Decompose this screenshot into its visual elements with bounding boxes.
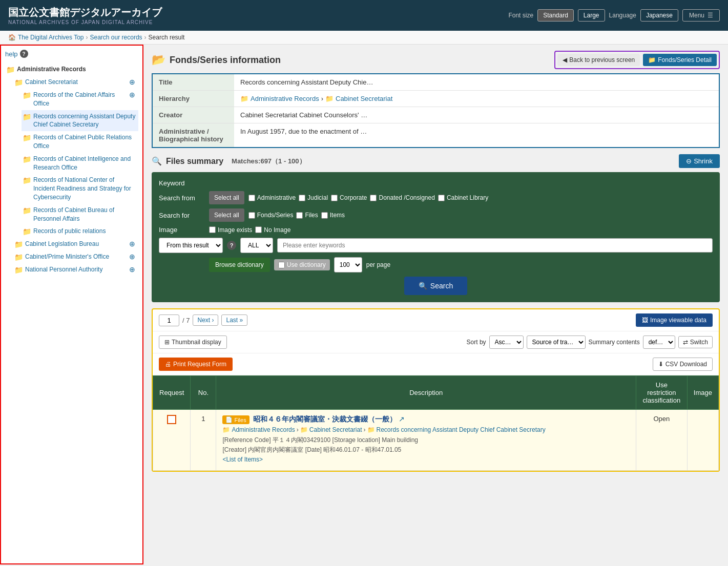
select-all-from-button[interactable]: Select all (209, 191, 244, 204)
keyword-input[interactable] (277, 238, 713, 253)
fonds-history-row: Administrative /Biographical history In … (152, 123, 719, 148)
sidebar-item-public-relations[interactable]: 📁 Records of Cabinet Public Relations Of… (22, 131, 138, 153)
sidebar-item-label: Records concerning Assistant Deputy Chie… (33, 112, 137, 130)
main-layout: help ? 📁 Administrative Records 📁 Cabine… (0, 45, 728, 564)
page-number-input[interactable]: 1 (159, 315, 179, 326)
use-dictionary-checkbox[interactable]: Use dictionary (274, 259, 330, 270)
sort-controls: Sort by Asc… Source of tra… Summary cont… (467, 336, 713, 349)
sidebar-item-cabinet-affairs[interactable]: 📁 Records of the Cabinet Affairs Office … (22, 89, 138, 110)
expand-icon: ⊕ (129, 265, 137, 274)
sort-order-select[interactable]: Asc… (489, 336, 524, 349)
font-size-label: Font size (508, 12, 533, 19)
checkbox-fonds-series[interactable]: Fonds/Series (248, 212, 294, 219)
expand-icon: ⊕ (129, 91, 137, 99)
fonds-detail-button[interactable]: 📁 Fonds/Series Detail (643, 54, 717, 66)
sidebar-item-legislation[interactable]: 📁 Cabinet Legislation Bureau ⊕ (13, 238, 138, 250)
hamburger-icon: ☰ (708, 12, 713, 19)
storage-label: [Storage location] (332, 436, 380, 444)
select-all-for-button[interactable]: Select all (209, 208, 244, 222)
switch-button[interactable]: ⇄ Switch (678, 336, 713, 348)
font-large-button[interactable]: Large (578, 9, 605, 22)
hierarchy-admin-link[interactable]: Administrative Records (251, 95, 319, 102)
sidebar-item-pm-office[interactable]: 📁 Cabinet/Prime Minister's Office ⊕ (13, 250, 138, 263)
breadcrumb-admin-link[interactable]: Administrative Records (232, 426, 295, 433)
file-title-link[interactable]: 昭和４６年内閣審議室・決裁文書綴（一般） (253, 415, 397, 423)
per-page-select[interactable]: 100 (334, 257, 362, 272)
sidebar-pm-group: 📁 Cabinet/Prime Minister's Office ⊕ (5, 250, 138, 263)
source-select[interactable]: Source of tra… (527, 336, 586, 349)
sidebar-item-public-rel2[interactable]: 📁 Records of public relations (22, 225, 138, 238)
hier-sep: › (321, 95, 323, 102)
folder-icon: 📁 (23, 134, 31, 142)
help-icon[interactable]: ? (20, 50, 28, 58)
keyword-help-icon[interactable]: ? (227, 241, 236, 250)
grid-icon: ⊞ (164, 339, 170, 346)
folder-icon: 📁 (23, 91, 31, 99)
checkbox-items[interactable]: Items (321, 212, 345, 219)
breadcrumb-icon1: 📁 (222, 426, 230, 433)
site-logo: 国立公文書館デジタルアーカイブ NATIONAL ARCHIVES OF JAP… (8, 6, 162, 25)
font-standard-button[interactable]: Standard (537, 9, 574, 22)
summary-select[interactable]: def… (643, 336, 675, 349)
search-button[interactable]: 🔍 Search (404, 277, 467, 295)
sidebar-item-intelligence[interactable]: 📁 Records of Cabinet Intelligence and Re… (22, 153, 138, 174)
request-checkbox[interactable] (167, 415, 176, 424)
browse-dictionary-button[interactable]: Browse dictionary (209, 258, 270, 272)
no-cell: 1 (191, 410, 216, 471)
thumbnail-display-button[interactable]: ⊞ Thumbnail display (159, 336, 227, 349)
sidebar-item-npa[interactable]: 📁 National Personnel Authority ⊕ (13, 263, 138, 276)
breadcrumb-home[interactable]: The Digital Archives Top (18, 34, 84, 41)
keyword-input-row: From this result ? ALL (159, 238, 713, 253)
shrink-button[interactable]: ⊖ Shrink (679, 154, 720, 168)
breadcrumb-asst-deputy-link[interactable]: Records concerning Assistant Deputy Chie… (377, 426, 546, 433)
fonds-history-label: Administrative /Biographical history (152, 123, 234, 148)
breadcrumb-search[interactable]: Search our records (90, 34, 142, 41)
folder-icon: 📁 (23, 155, 31, 163)
checkbox-files[interactable]: Files (296, 212, 318, 219)
minus-icon: ⊖ (686, 157, 692, 165)
image-viewable-button[interactable]: 🖼 Image viewable data (636, 313, 713, 327)
language-japanese-button[interactable]: Japanese (640, 9, 678, 22)
csv-download-button[interactable]: ⬇ CSV Download (653, 358, 713, 371)
storage-value: Main building (382, 436, 418, 444)
search-from-label: Search from (159, 194, 205, 202)
from-this-result-select[interactable]: From this result (159, 238, 223, 253)
file-type-badge: 📄 Files (222, 415, 249, 424)
sidebar-item-personnel[interactable]: 📁 Records of Cabinet Bureau of Personnel… (22, 204, 138, 225)
menu-button[interactable]: Menu ☰ (682, 9, 720, 22)
sidebar-item-cabinet-secretariat[interactable]: 📁 Cabinet Secretariat ⊕ (13, 76, 138, 89)
fonds-title-value: Records concerning Assistant Deputy Chie… (234, 74, 719, 91)
collapse-fonds-list-button[interactable]: Close Fonds List (142, 289, 143, 320)
fonds-title-label: Title (152, 74, 234, 91)
last-page-button[interactable]: Last » (221, 315, 247, 326)
search-title-icon: 🔍 (152, 156, 162, 166)
breadcrumb-cabinet-sec-link[interactable]: Cabinet Secretariat (309, 426, 362, 433)
keyword-type-select[interactable]: ALL (240, 238, 273, 253)
image-icon: 🖼 (642, 317, 648, 324)
sidebar-item-incident-readiness[interactable]: 📁 Records of National Center of Incident… (22, 174, 138, 203)
external-link-icon[interactable]: ↗ (399, 415, 405, 423)
list-of-items-link[interactable]: <List of Items> (222, 456, 263, 463)
checkbox-no-image[interactable]: No Image (255, 226, 290, 234)
print-icon: 🖨 (165, 361, 171, 368)
results-top-bar: 1 / 7 Next › Last » 🖼 Image viewable dat… (153, 309, 719, 331)
checkbox-cabinet-library[interactable]: Cabinet Library (438, 194, 488, 201)
hierarchy-cabinet-link[interactable]: Cabinet Secretariat (336, 95, 392, 102)
sidebar-item-asst-deputy[interactable]: 📁 Records concerning Assistant Deputy Ch… (22, 110, 138, 132)
next-page-button[interactable]: Next › (193, 315, 218, 326)
files-summary-header: 🔍 Files summary Matches:697（1 - 100） ⊖ S… (152, 154, 720, 168)
sidebar-item-label: Records of Cabinet Bureau of Personnel A… (33, 206, 137, 223)
checkbox-donated[interactable]: Donated /Consigned (370, 194, 434, 201)
print-request-form-button[interactable]: 🖨 Print Request Form (159, 358, 233, 371)
breadcrumb-icon3: 📁 (367, 426, 375, 433)
sidebar-item-admin-records[interactable]: 📁 Administrative Records (5, 63, 138, 76)
checkbox-administrative[interactable]: Administrative (248, 194, 296, 201)
results-table: Request No. Description Use restriction … (153, 375, 719, 471)
description-cell: 📄 Files 昭和４６年内閣審議室・決裁文書綴（一般） ↗ 📁 Adminis… (216, 410, 636, 471)
folder-icon: 📁 (23, 176, 31, 184)
checkbox-image-exists[interactable]: Image exists (209, 226, 252, 234)
checkbox-judicial[interactable]: Judicial (299, 194, 328, 201)
back-to-previous-button[interactable]: ◀ Back to previous screen (557, 54, 640, 66)
sidebar-section-admin: 📁 Administrative Records 📁 Cabinet Secre… (5, 63, 138, 276)
checkbox-corporate[interactable]: Corporate (331, 194, 367, 201)
